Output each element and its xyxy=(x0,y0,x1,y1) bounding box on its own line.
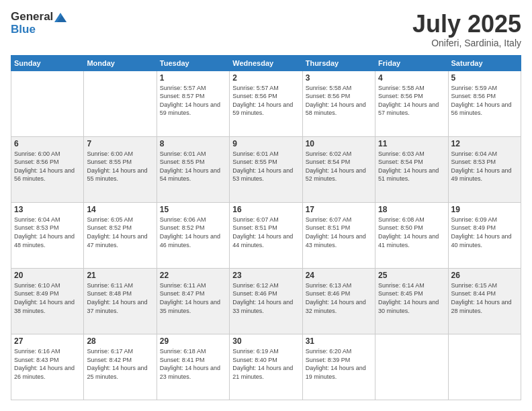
day-info: Sunrise: 6:14 AMSunset: 8:45 PMDaylight:… xyxy=(378,281,445,315)
day-number: 18 xyxy=(378,205,445,214)
calendar-cell: 1Sunrise: 5:57 AMSunset: 8:57 PMDaylight… xyxy=(157,71,229,136)
day-number: 19 xyxy=(451,205,518,214)
day-number: 22 xyxy=(160,271,226,280)
day-number: 14 xyxy=(87,205,153,214)
day-info: Sunrise: 6:13 AMSunset: 8:46 PMDaylight:… xyxy=(306,281,372,315)
logo-text: General Blue xyxy=(11,11,66,36)
day-number: 5 xyxy=(451,73,518,83)
day-number: 8 xyxy=(160,139,226,148)
month-title: July 2025 xyxy=(412,11,521,38)
calendar-cell: 28Sunrise: 6:17 AMSunset: 8:42 PMDayligh… xyxy=(84,334,157,400)
day-info: Sunrise: 6:11 AMSunset: 8:48 PMDaylight:… xyxy=(87,281,153,315)
calendar-week-3: 13Sunrise: 6:04 AMSunset: 8:53 PMDayligh… xyxy=(11,202,521,268)
day-info: Sunrise: 6:01 AMSunset: 8:55 PMDaylight:… xyxy=(160,150,226,183)
day-header-saturday: Saturday xyxy=(448,55,521,71)
day-number: 9 xyxy=(232,139,299,148)
calendar-cell: 3Sunrise: 5:58 AMSunset: 8:56 PMDaylight… xyxy=(302,71,375,136)
day-number: 26 xyxy=(451,271,518,280)
day-number: 28 xyxy=(87,336,153,346)
day-info: Sunrise: 6:02 AMSunset: 8:54 PMDaylight:… xyxy=(306,150,372,183)
day-number: 30 xyxy=(232,336,299,346)
day-info: Sunrise: 6:06 AMSunset: 8:52 PMDaylight:… xyxy=(160,216,226,249)
day-number: 20 xyxy=(14,271,81,280)
day-info: Sunrise: 6:00 AMSunset: 8:55 PMDaylight:… xyxy=(87,150,153,183)
day-info: Sunrise: 6:10 AMSunset: 8:49 PMDaylight:… xyxy=(14,281,81,315)
day-number: 1 xyxy=(160,73,226,83)
day-info: Sunrise: 6:09 AMSunset: 8:49 PMDaylight:… xyxy=(451,216,518,249)
calendar-cell: 26Sunrise: 6:15 AMSunset: 8:44 PMDayligh… xyxy=(448,268,521,334)
day-header-tuesday: Tuesday xyxy=(157,55,229,71)
location: Oniferi, Sardinia, Italy xyxy=(412,38,521,48)
day-number: 31 xyxy=(306,336,372,346)
calendar-cell: 12Sunrise: 6:04 AMSunset: 8:53 PMDayligh… xyxy=(448,136,521,202)
day-number: 15 xyxy=(160,205,226,214)
day-number: 23 xyxy=(232,271,299,280)
day-number: 10 xyxy=(306,139,372,148)
day-header-friday: Friday xyxy=(375,55,448,71)
logo: General Blue xyxy=(11,11,66,36)
day-info: Sunrise: 6:03 AMSunset: 8:54 PMDaylight:… xyxy=(378,150,445,183)
day-number: 2 xyxy=(232,73,299,83)
day-info: Sunrise: 6:16 AMSunset: 8:43 PMDaylight:… xyxy=(14,347,81,381)
day-number: 13 xyxy=(14,205,81,214)
day-info: Sunrise: 6:08 AMSunset: 8:50 PMDaylight:… xyxy=(378,216,445,249)
calendar-cell: 10Sunrise: 6:02 AMSunset: 8:54 PMDayligh… xyxy=(302,136,375,202)
logo-blue: Blue xyxy=(11,24,66,36)
day-info: Sunrise: 6:12 AMSunset: 8:46 PMDaylight:… xyxy=(232,281,299,315)
calendar-week-4: 20Sunrise: 6:10 AMSunset: 8:49 PMDayligh… xyxy=(11,268,521,334)
day-info: Sunrise: 6:17 AMSunset: 8:42 PMDaylight:… xyxy=(87,347,153,381)
day-info: Sunrise: 5:57 AMSunset: 8:56 PMDaylight:… xyxy=(232,84,299,118)
day-number: 25 xyxy=(378,271,445,280)
day-info: Sunrise: 5:58 AMSunset: 8:56 PMDaylight:… xyxy=(306,84,372,118)
day-number: 16 xyxy=(232,205,299,214)
day-info: Sunrise: 6:05 AMSunset: 8:52 PMDaylight:… xyxy=(87,216,153,249)
day-number: 6 xyxy=(14,139,81,148)
calendar-cell: 9Sunrise: 6:01 AMSunset: 8:55 PMDaylight… xyxy=(230,136,302,202)
calendar-cell: 17Sunrise: 6:07 AMSunset: 8:51 PMDayligh… xyxy=(302,202,375,268)
day-number: 21 xyxy=(87,271,153,280)
day-number: 24 xyxy=(306,271,372,280)
logo-general: General xyxy=(11,11,66,24)
calendar-table: SundayMondayTuesdayWednesdayThursdayFrid… xyxy=(11,55,521,400)
calendar-cell: 8Sunrise: 6:01 AMSunset: 8:55 PMDaylight… xyxy=(157,136,229,202)
calendar-cell: 20Sunrise: 6:10 AMSunset: 8:49 PMDayligh… xyxy=(11,268,84,334)
day-info: Sunrise: 6:01 AMSunset: 8:55 PMDaylight:… xyxy=(232,150,299,183)
day-header-thursday: Thursday xyxy=(302,55,375,71)
day-number: 4 xyxy=(378,73,445,83)
calendar-cell: 11Sunrise: 6:03 AMSunset: 8:54 PMDayligh… xyxy=(375,136,448,202)
day-number: 17 xyxy=(306,205,372,214)
day-info: Sunrise: 6:11 AMSunset: 8:47 PMDaylight:… xyxy=(160,281,226,315)
day-number: 11 xyxy=(378,139,445,148)
day-info: Sunrise: 6:04 AMSunset: 8:53 PMDaylight:… xyxy=(14,216,81,249)
title-block: July 2025 Oniferi, Sardinia, Italy xyxy=(412,11,521,48)
page: General Blue July 2025 Oniferi, Sardinia… xyxy=(0,0,532,411)
day-number: 12 xyxy=(451,139,518,148)
calendar-cell: 24Sunrise: 6:13 AMSunset: 8:46 PMDayligh… xyxy=(302,268,375,334)
day-info: Sunrise: 6:18 AMSunset: 8:41 PMDaylight:… xyxy=(160,347,226,381)
calendar-cell: 30Sunrise: 6:19 AMSunset: 8:40 PMDayligh… xyxy=(230,334,302,400)
day-info: Sunrise: 5:57 AMSunset: 8:57 PMDaylight:… xyxy=(160,84,226,118)
day-info: Sunrise: 6:07 AMSunset: 8:51 PMDaylight:… xyxy=(306,216,372,249)
calendar-cell: 19Sunrise: 6:09 AMSunset: 8:49 PMDayligh… xyxy=(448,202,521,268)
day-info: Sunrise: 6:15 AMSunset: 8:44 PMDaylight:… xyxy=(451,281,518,315)
calendar-cell: 31Sunrise: 6:20 AMSunset: 8:39 PMDayligh… xyxy=(302,334,375,400)
calendar-cell: 5Sunrise: 5:59 AMSunset: 8:56 PMDaylight… xyxy=(448,71,521,136)
header: General Blue July 2025 Oniferi, Sardinia… xyxy=(11,11,521,48)
calendar-cell: 14Sunrise: 6:05 AMSunset: 8:52 PMDayligh… xyxy=(84,202,157,268)
header-row: SundayMondayTuesdayWednesdayThursdayFrid… xyxy=(11,55,521,71)
day-info: Sunrise: 6:07 AMSunset: 8:51 PMDaylight:… xyxy=(232,216,299,249)
calendar-cell: 7Sunrise: 6:00 AMSunset: 8:55 PMDaylight… xyxy=(84,136,157,202)
calendar-cell: 21Sunrise: 6:11 AMSunset: 8:48 PMDayligh… xyxy=(84,268,157,334)
day-number: 29 xyxy=(160,336,226,346)
calendar-cell: 27Sunrise: 6:16 AMSunset: 8:43 PMDayligh… xyxy=(11,334,84,400)
calendar-week-5: 27Sunrise: 6:16 AMSunset: 8:43 PMDayligh… xyxy=(11,334,521,400)
calendar-cell: 16Sunrise: 6:07 AMSunset: 8:51 PMDayligh… xyxy=(230,202,302,268)
calendar-cell: 29Sunrise: 6:18 AMSunset: 8:41 PMDayligh… xyxy=(157,334,229,400)
day-info: Sunrise: 5:58 AMSunset: 8:56 PMDaylight:… xyxy=(378,84,445,118)
day-header-monday: Monday xyxy=(84,55,157,71)
calendar-cell xyxy=(11,71,84,136)
day-info: Sunrise: 6:20 AMSunset: 8:39 PMDaylight:… xyxy=(306,347,372,381)
calendar-cell: 23Sunrise: 6:12 AMSunset: 8:46 PMDayligh… xyxy=(230,268,302,334)
logo-icon xyxy=(54,13,66,22)
day-number: 3 xyxy=(306,73,372,83)
